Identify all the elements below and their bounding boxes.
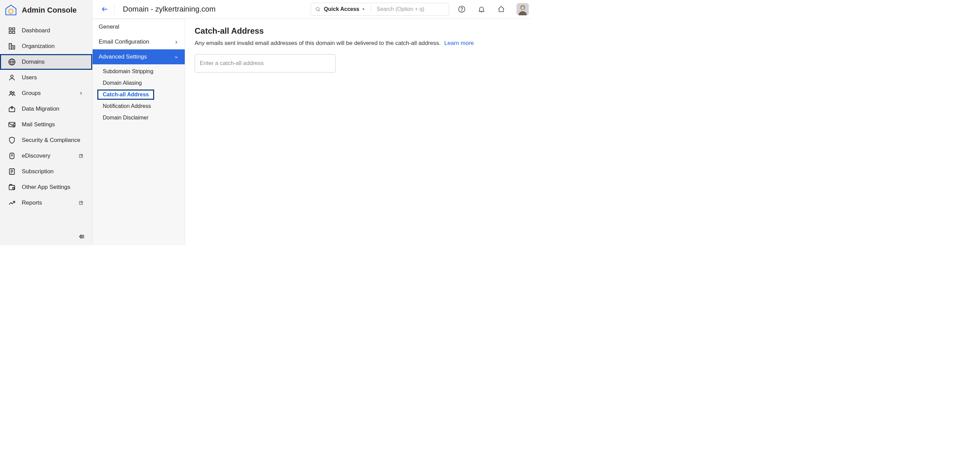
sidebar-item-label: Dashboard [22,27,84,34]
subscription-icon [8,168,16,175]
svg-marker-38 [363,9,364,10]
learn-more-link[interactable]: Learn more [444,40,474,46]
search-icon [315,6,321,12]
catch-all-address-input[interactable] [195,54,336,72]
reports-icon [8,199,16,207]
sidebar-item-ediscovery[interactable]: eDiscovery [0,148,92,164]
external-link-icon [79,153,84,159]
main: Domain - zylkertraining.com Quick Access [92,0,531,245]
sidebar-item-data-migration[interactable]: Data Migration [0,101,92,117]
sidebar-item-label: Mail Settings [22,121,84,128]
content-title: Catch-all Address [195,26,521,36]
svg-point-16 [11,75,13,78]
sidebar-item-label: Reports [22,199,73,206]
user-avatar[interactable] [517,3,529,15]
chevron-down-icon [174,54,179,59]
organization-icon [8,43,16,50]
quick-access-label: Quick Access [324,6,360,12]
submenu-sub-notification-address[interactable]: Notification Address [92,101,185,112]
sidebar-item-label: Users [22,74,84,81]
sidebar-item-label: Domains [22,59,84,65]
app-logo-icon [5,4,17,16]
page-title: Domain - zylkertraining.com [123,5,216,14]
svg-rect-2 [9,28,11,30]
submenu-advanced-children: Subdomain Stripping Domain Aliasing Catc… [92,64,185,127]
user-icon [8,74,16,81]
sidebar-item-organization[interactable]: Organization [0,38,92,54]
notifications-button[interactable] [478,5,485,13]
external-link-icon [79,200,84,206]
svg-point-36 [316,8,319,11]
submenu-item-label: Advanced Settings [99,53,147,60]
migration-icon [8,105,16,113]
sidebar-nav: Dashboard Organization Domains Users [0,21,92,230]
sidebar-item-security[interactable]: Security & Compliance [0,132,92,148]
svg-point-17 [10,92,12,94]
divider [371,5,371,13]
submenu-sub-catch-all-address[interactable]: Catch-all Address [97,89,154,100]
content-description: Any emails sent invalid email addresses … [195,40,521,46]
ediscovery-icon [8,152,16,160]
chevron-right-icon [174,40,179,44]
back-button[interactable] [101,5,109,13]
sidebar-item-dashboard[interactable]: Dashboard [0,23,92,38]
sidebar-item-label: Subscription [22,168,84,175]
submenu: General Email Configuration Advanced Set… [92,19,185,245]
shield-icon [8,137,16,144]
submenu-sub-domain-aliasing[interactable]: Domain Aliasing [92,77,185,89]
sidebar-item-users[interactable]: Users [0,70,92,85]
svg-rect-3 [13,28,14,30]
submenu-item-label: General [99,24,119,30]
global-search-input[interactable] [377,6,445,12]
caret-down-icon [361,7,366,11]
chevron-right-icon [79,91,84,96]
submenu-item-advanced-settings[interactable]: Advanced Settings [92,49,185,64]
app-root: Admin Console Dashboard Organization Dom [0,0,531,245]
submenu-item-general[interactable]: General [92,19,185,34]
mail-settings-icon [8,121,16,128]
svg-point-40 [461,11,462,11]
quick-search-bar: Quick Access [311,3,449,16]
svg-point-43 [521,6,524,10]
brand: Admin Console [0,0,92,21]
dashboard-icon [8,27,16,34]
sidebar-item-label: Groups [22,90,73,97]
svg-rect-19 [9,123,15,127]
groups-icon [8,89,16,97]
svg-line-37 [319,10,320,11]
sidebar-item-label: Data Migration [22,105,84,112]
submenu-sub-subdomain-stripping[interactable]: Subdomain Stripping [92,66,185,77]
sidebar-item-label: Other App Settings [22,184,84,191]
other-settings-icon [8,184,16,191]
sidebar-item-mail-settings[interactable]: Mail Settings [0,117,92,132]
sidebar-item-groups[interactable]: Groups [0,85,92,101]
svg-rect-4 [9,31,11,34]
sidebar-item-subscription[interactable]: Subscription [0,164,92,179]
globe-icon [8,58,16,66]
submenu-item-label: Email Configuration [99,38,149,45]
svg-point-30 [13,187,14,189]
brand-title: Admin Console [22,6,76,14]
body: General Email Configuration Advanced Set… [92,19,531,245]
sidebar-item-other-app-settings[interactable]: Other App Settings [0,179,92,195]
sidebar-item-label: eDiscovery [22,153,73,159]
home-button[interactable] [498,5,505,13]
sidebar-item-label: Organization [22,43,84,50]
svg-point-20 [13,125,15,127]
sidebar-item-reports[interactable]: Reports [0,195,92,211]
quick-access-dropdown[interactable]: Quick Access [324,6,366,12]
submenu-sub-domain-disclaimer[interactable]: Domain Disclaimer [92,112,185,124]
sidebar-item-label: Security & Compliance [22,137,84,144]
sidebar-footer [0,230,92,245]
svg-rect-7 [11,46,14,49]
topbar: Domain - zylkertraining.com Quick Access [92,0,531,19]
collapse-sidebar-button[interactable] [78,233,86,240]
sidebar-item-domains[interactable]: Domains [0,54,92,70]
svg-rect-5 [13,31,14,34]
help-button[interactable] [458,5,466,13]
content: Catch-all Address Any emails sent invali… [185,19,531,245]
svg-point-18 [13,92,14,94]
sidebar: Admin Console Dashboard Organization Dom [0,0,92,245]
submenu-item-email-configuration[interactable]: Email Configuration [92,34,185,49]
